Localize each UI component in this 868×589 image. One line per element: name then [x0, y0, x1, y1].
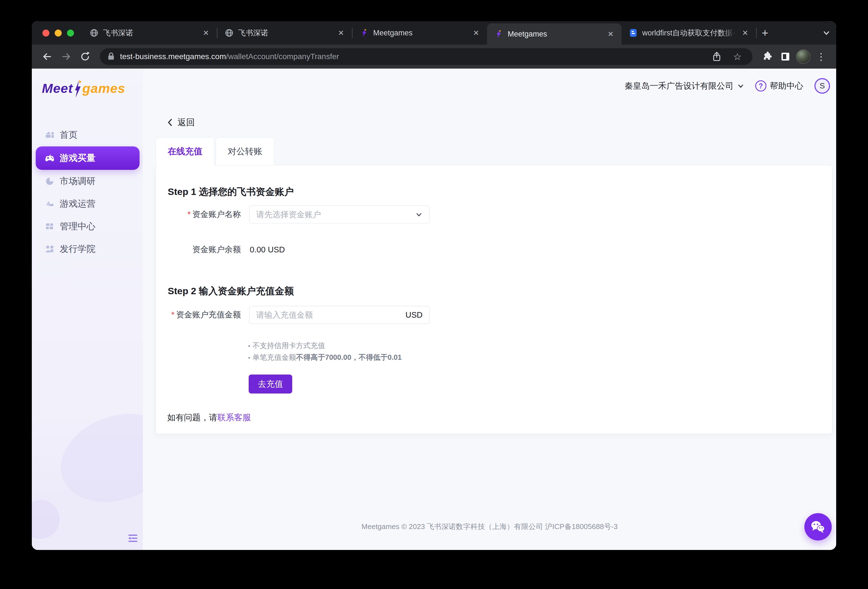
sidebar-item-label: 游戏买量: [60, 152, 96, 164]
address-bar[interactable]: test-business.meetgames.com/walletAccoun…: [100, 48, 753, 65]
extensions-puzzle-icon[interactable]: [759, 49, 775, 65]
tab-title: Meetgames: [508, 30, 601, 38]
logo-meet-text: Meet: [42, 81, 73, 96]
sidebar-item-game-buying[interactable]: 游戏买量: [36, 146, 140, 170]
browser-tab-4-active[interactable]: Meetgames ✕: [487, 24, 621, 45]
user-bar: 秦皇岛一禾广告设计有限公司 ? 帮助中心 S: [624, 78, 830, 94]
doc-favicon: [629, 28, 638, 37]
tab-title: 飞书深诺: [238, 28, 332, 38]
amount-field[interactable]: USD: [249, 306, 430, 324]
required-asterisk: *: [171, 310, 174, 319]
reload-icon[interactable]: [77, 49, 93, 65]
pie-chart-icon: [45, 176, 55, 186]
page-footer: Meetgames © 2023 飞书深诺数字科技（上海）有限公司 沪ICP备1…: [143, 522, 836, 532]
note-line-2: •单笔充值金额不得高于7000.00，不得低于0.01: [248, 352, 402, 364]
recharge-card: Step 1 选择您的飞书资金账户 *资金账户名称 资金账户余额 0.00 US…: [156, 165, 832, 434]
wechat-icon: [810, 520, 826, 534]
zoom-window-button[interactable]: [67, 29, 74, 37]
go-recharge-button[interactable]: 去充值: [249, 374, 292, 393]
browser-tab-2[interactable]: 飞书深诺 ✕: [217, 21, 352, 45]
sidebar-item-admin-center[interactable]: 管理中心: [32, 215, 143, 238]
help-center-label: 帮助中心: [770, 80, 803, 92]
sidebar-item-game-ops[interactable]: 游戏运营: [32, 193, 143, 215]
account-select[interactable]: [249, 206, 430, 223]
account-select-input[interactable]: [256, 210, 412, 219]
url-host: test-business.meetgames.com: [120, 52, 226, 61]
tab-title: 飞书深诺: [103, 28, 197, 38]
sidebar-nav: 首页 游戏买量 市场调研: [32, 124, 143, 260]
chevron-left-icon: [167, 118, 173, 127]
browser-tabs: 飞书深诺 ✕ 飞书深诺 ✕ Meetgames: [82, 21, 774, 45]
wechat-fab[interactable]: [805, 513, 832, 540]
globe-icon: [225, 28, 233, 37]
step2-title: Step 2 输入资金账户充值金额: [168, 285, 294, 297]
step1-title: Step 1 选择您的飞书资金账户: [168, 186, 294, 198]
tab-close-icon[interactable]: ✕: [606, 29, 616, 39]
help-center-link[interactable]: ? 帮助中心: [755, 80, 803, 92]
page-tabs: 在线充值 对公转账: [156, 137, 275, 165]
balance-value: 0.00 USD: [250, 245, 285, 254]
logo-bolt-icon: [74, 80, 82, 98]
bookmark-star-icon[interactable]: ☆: [729, 49, 745, 65]
sidebar-item-label: 发行学院: [60, 243, 96, 255]
required-asterisk: *: [187, 210, 190, 219]
recharge-notes: •不支持信用卡方式充值 •单笔充值金额不得高于7000.00，不得低于0.01: [248, 340, 402, 364]
tab-title: Meetgames: [373, 29, 467, 37]
sidebar-item-home[interactable]: 首页: [32, 124, 143, 146]
grid-icon: [45, 221, 55, 231]
tab-close-icon[interactable]: ✕: [471, 28, 481, 38]
logo-games-text: games: [82, 81, 125, 96]
tab-close-icon[interactable]: ✕: [336, 28, 346, 38]
tab-online-recharge[interactable]: 在线充值: [156, 137, 214, 165]
window-controls: [32, 21, 82, 45]
collapse-sidebar-icon[interactable]: [127, 532, 139, 544]
sidebar-item-label: 首页: [60, 129, 78, 141]
browser-profile-avatar[interactable]: [796, 49, 810, 64]
tab-search-chevron-icon[interactable]: [817, 21, 836, 45]
currency-suffix: USD: [406, 311, 422, 320]
company-switcher[interactable]: 秦皇岛一禾广告设计有限公司: [624, 80, 744, 92]
user-avatar[interactable]: S: [815, 78, 830, 94]
sidebar-item-market-research[interactable]: 市场调研: [32, 170, 143, 193]
tab-close-icon[interactable]: ✕: [201, 28, 211, 38]
back-button[interactable]: 返回: [167, 116, 195, 128]
meetgames-logo: Meet games: [32, 69, 143, 96]
sidebar-item-label: 管理中心: [60, 220, 96, 233]
question-mark-icon: ?: [755, 80, 766, 91]
forward-icon[interactable]: [58, 49, 74, 65]
contact-support-link[interactable]: 联系客服: [217, 413, 251, 422]
browser-tab-1[interactable]: 飞书深诺 ✕: [82, 21, 217, 45]
minimize-window-button[interactable]: [55, 29, 62, 37]
back-label: 返回: [177, 116, 195, 128]
screenshot-root: 飞书深诺 ✕ 飞书深诺 ✕ Meetgames: [0, 0, 868, 589]
back-icon[interactable]: [39, 49, 55, 65]
browser-tab-3[interactable]: Meetgames ✕: [353, 21, 487, 45]
account-name-row: *资金账户名称: [168, 206, 430, 223]
sidebar-item-label: 游戏运营: [60, 198, 96, 210]
bolt-favicon: [360, 28, 369, 37]
sidebar-panel-icon[interactable]: [778, 49, 793, 65]
drive-icon: [45, 199, 55, 209]
balance-label: 资金账户余额: [168, 244, 241, 255]
app-content: Meet games 首页 游戏买量: [32, 69, 836, 550]
browser-window: 飞书深诺 ✕ 飞书深诺 ✕ Meetgames: [32, 21, 836, 550]
amount-input[interactable]: [256, 311, 402, 320]
share-icon[interactable]: [709, 49, 725, 65]
tab-strip: 飞书深诺 ✕ 飞书深诺 ✕ Meetgames: [32, 21, 836, 45]
main-content: 秦皇岛一禾广告设计有限公司 ? 帮助中心 S 返回 在线充值 对公转账: [143, 69, 836, 550]
tab-close-icon[interactable]: ✕: [740, 28, 750, 38]
sidebar-item-publishing-academy[interactable]: 发行学院: [32, 238, 143, 260]
sidebar: Meet games 首页 游戏买量: [32, 69, 143, 550]
close-window-button[interactable]: [43, 29, 49, 37]
tab-title: worldfirst自动获取支付数据-PR: [642, 28, 736, 38]
chrome-menu-kebab-icon[interactable]: ⋮: [813, 49, 829, 65]
url-text: test-business.meetgames.com/walletAccoun…: [120, 52, 339, 61]
company-name: 秦皇岛一禾广告设计有限公司: [624, 80, 734, 92]
browser-tab-5[interactable]: worldfirst自动获取支付数据-PR ✕: [621, 21, 756, 45]
tab-corporate-transfer[interactable]: 对公转账: [216, 137, 275, 165]
note-line-1: •不支持信用卡方式充值: [248, 340, 402, 352]
balance-row: 资金账户余额 0.00 USD: [168, 244, 285, 255]
chevron-down-icon: [737, 82, 744, 89]
new-tab-button[interactable]: +: [757, 21, 774, 45]
contact-support-line: 如有问题，请联系客服: [167, 412, 251, 423]
